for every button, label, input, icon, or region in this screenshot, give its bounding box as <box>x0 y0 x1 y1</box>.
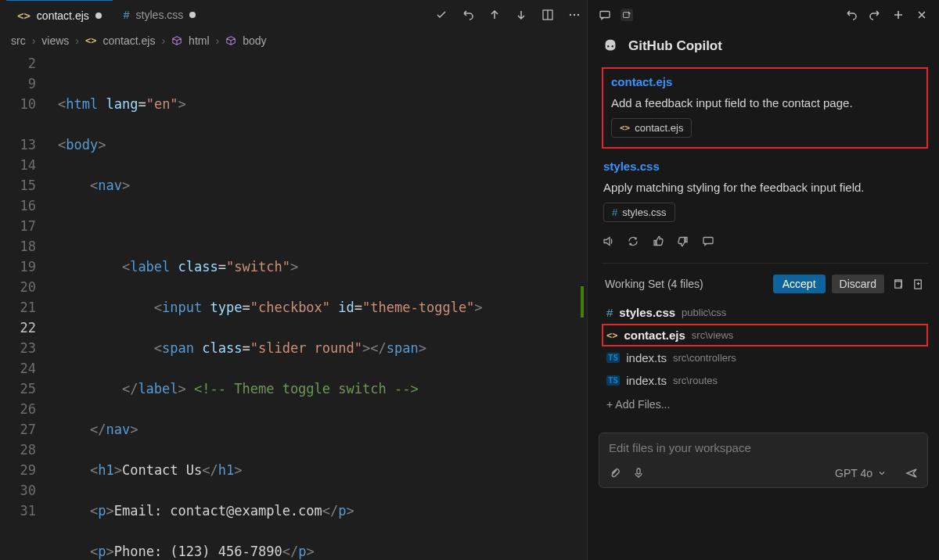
chat-input-placeholder: Edit files in your workspace <box>609 441 918 454</box>
file-chip-label: contact.ejs <box>635 122 683 134</box>
accept-button[interactable]: Accept <box>773 275 826 293</box>
ejs-file-icon: <> <box>85 35 96 46</box>
suggestion-text: Add a feedback input field to the contac… <box>611 95 919 112</box>
send-icon[interactable] <box>905 467 918 479</box>
ejs-file-icon: <> <box>606 330 617 341</box>
attach-icon[interactable] <box>609 467 621 479</box>
working-set-file[interactable]: TS index.ts src\controllers <box>602 346 928 369</box>
file-name: styles.css <box>619 306 675 319</box>
copilot-header: GitHub Copilot <box>588 30 939 63</box>
arrow-down-icon[interactable] <box>515 9 527 21</box>
undo-icon[interactable] <box>845 9 858 21</box>
file-path: src\controllers <box>673 352 736 364</box>
cube-icon <box>225 35 236 46</box>
diff-indicator <box>581 286 584 318</box>
editor-pane: <> contact.ejs # styles.css src› views› <box>0 0 587 560</box>
ejs-file-icon: <> <box>620 123 630 133</box>
arrow-up-icon[interactable] <box>488 9 501 21</box>
comment-icon[interactable] <box>599 9 611 21</box>
editor-toolbar <box>435 9 581 21</box>
working-set-file[interactable]: TS index.ts src\routes <box>602 369 928 392</box>
code-content[interactable]: <html lang="en"> <body> <nav> <label cla… <box>47 52 587 560</box>
chevron-right-icon: › <box>216 34 220 47</box>
suggestion-text: Apply matching styling for the feedback … <box>603 179 926 196</box>
tab-bar: <> contact.ejs # styles.css <box>0 0 587 30</box>
code-editor[interactable]: 2 9 10 13 14 15 16 17 18 19 20 21 22 23 … <box>0 52 587 560</box>
copy-icon[interactable] <box>890 277 905 291</box>
tab-label: contact.ejs <box>37 9 89 22</box>
file-name: index.ts <box>626 351 667 364</box>
copilot-content: contact.ejs Add a feedback input field t… <box>588 63 939 425</box>
redo-icon[interactable] <box>869 9 881 21</box>
refresh-icon[interactable] <box>627 235 639 247</box>
chevron-down-icon <box>877 468 887 478</box>
suggestion-block-1: contact.ejs Add a feedback input field t… <box>602 67 928 149</box>
css-file-icon: # <box>612 206 617 218</box>
file-chip-label: styles.css <box>622 206 666 218</box>
breadcrumb-part[interactable]: html <box>189 34 209 47</box>
thumbs-down-icon[interactable] <box>677 235 689 247</box>
chevron-right-icon: › <box>75 34 79 47</box>
ts-file-icon: TS <box>606 353 620 363</box>
add-files-button[interactable]: + Add Files... <box>602 392 928 414</box>
feedback-icon[interactable] <box>702 235 714 247</box>
thumbs-up-icon[interactable] <box>652 235 664 247</box>
close-icon[interactable] <box>916 9 928 21</box>
working-set-file[interactable]: # styles.css public\css <box>602 301 928 324</box>
speaker-icon[interactable] <box>602 235 614 247</box>
model-label: GPT 4o <box>835 467 872 479</box>
file-chip[interactable]: # styles.css <box>603 203 675 222</box>
svg-point-2 <box>570 14 571 16</box>
check-icon[interactable] <box>435 9 448 21</box>
cube-icon <box>171 35 182 46</box>
svg-rect-7 <box>703 237 713 243</box>
unsaved-dot-icon <box>95 13 102 19</box>
suggestion-file-link[interactable]: contact.ejs <box>611 75 919 88</box>
copilot-title: GitHub Copilot <box>628 38 722 54</box>
chevron-right-icon: › <box>32 34 36 47</box>
new-file-icon[interactable] <box>911 277 925 291</box>
breadcrumb-part[interactable]: body <box>243 34 266 47</box>
working-set-header: Working Set (4 files) Accept Discard <box>602 271 928 301</box>
response-actions <box>602 233 928 252</box>
breadcrumb-part[interactable]: views <box>41 34 69 47</box>
undo-icon[interactable] <box>462 9 474 21</box>
mic-icon[interactable] <box>632 467 645 479</box>
ejs-file-icon: <> <box>17 9 31 22</box>
svg-rect-10 <box>637 468 640 474</box>
plus-icon[interactable] <box>892 9 905 21</box>
working-set: Working Set (4 files) Accept Discard # s… <box>602 263 928 414</box>
app-root: <> contact.ejs # styles.css src› views› <box>0 0 939 560</box>
svg-rect-5 <box>600 11 610 17</box>
working-set-label: Working Set (4 files) <box>605 278 703 290</box>
copilot-panel: GitHub Copilot contact.ejs Add a feedbac… <box>587 0 939 560</box>
more-icon[interactable] <box>568 9 581 21</box>
new-chat-icon[interactable] <box>621 9 633 21</box>
breadcrumb-part[interactable]: src <box>11 34 26 47</box>
tab-styles-css[interactable]: # styles.css <box>113 0 207 30</box>
css-file-icon: # <box>606 306 613 319</box>
breadcrumb-part[interactable]: contact.ejs <box>103 34 155 47</box>
css-file-icon: # <box>124 9 130 21</box>
suggestion-file-link[interactable]: styles.css <box>603 160 926 173</box>
breadcrumb[interactable]: src› views› <> contact.ejs› html› body <box>0 30 587 52</box>
line-gutter: 2 9 10 13 14 15 16 17 18 19 20 21 22 23 … <box>0 52 47 560</box>
chat-input[interactable]: Edit files in your workspace GPT 4o <box>599 433 928 488</box>
model-selector[interactable]: GPT 4o <box>835 467 887 479</box>
unsaved-dot-icon <box>189 12 196 18</box>
chevron-right-icon: › <box>161 34 165 47</box>
split-editor-icon[interactable] <box>541 9 554 21</box>
svg-point-3 <box>574 14 575 16</box>
file-path: public\css <box>682 307 726 318</box>
ts-file-icon: TS <box>606 375 620 386</box>
discard-button[interactable]: Discard <box>832 275 884 293</box>
copilot-logo-icon <box>602 38 619 55</box>
suggestion-block-2: styles.css Apply matching styling for th… <box>602 156 928 225</box>
working-set-file[interactable]: <> contact.ejs src\views <box>602 324 928 346</box>
file-name: contact.ejs <box>624 328 685 342</box>
tab-contact-ejs[interactable]: <> contact.ejs <box>6 0 113 30</box>
svg-point-4 <box>577 14 579 16</box>
panel-toolbar <box>588 0 939 30</box>
file-path: src\routes <box>673 375 718 386</box>
file-chip[interactable]: <> contact.ejs <box>611 118 692 138</box>
